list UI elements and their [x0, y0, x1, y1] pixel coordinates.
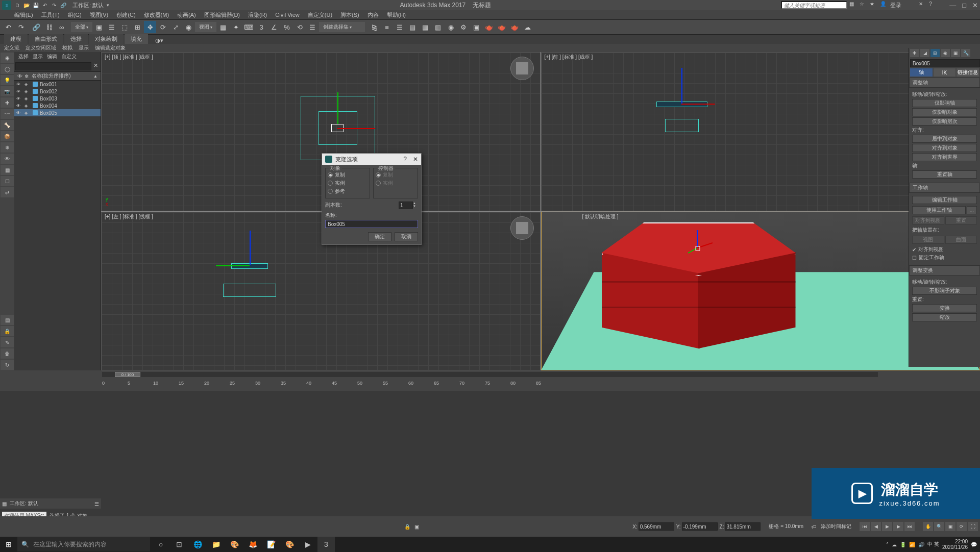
- se-filter-helpers-icon[interactable]: ✚: [1, 97, 14, 108]
- render-last-button[interactable]: 🫖: [508, 21, 521, 33]
- se-filter-invert-icon[interactable]: ⇄: [1, 187, 14, 197]
- se-filter-frozen-icon[interactable]: ❄: [1, 142, 14, 153]
- schematic-button[interactable]: ▥: [432, 21, 444, 33]
- undo-icon[interactable]: ↶: [41, 1, 49, 9]
- time-tag-icon[interactable]: 🏷: [812, 524, 817, 530]
- zoom-button[interactable]: 🔍: [934, 522, 944, 531]
- viewport-label[interactable]: [ 默认明暗处理 ]: [582, 213, 619, 220]
- viewcube[interactable]: [510, 57, 534, 80]
- z-coord-input[interactable]: [725, 522, 761, 531]
- goto-end-button[interactable]: ⏭: [904, 522, 915, 531]
- se-filter-bone-icon[interactable]: 🦴: [1, 120, 14, 130]
- list-item[interactable]: 👁◈Box002: [14, 88, 101, 95]
- cloud-icon[interactable]: ✕: [919, 1, 927, 9]
- material-editor-button[interactable]: ◉: [445, 21, 457, 33]
- menu-script[interactable]: 脚本(S): [340, 11, 359, 19]
- isolate-icon[interactable]: ▣: [414, 524, 419, 530]
- undo-button[interactable]: ↶: [2, 21, 14, 33]
- time-slider-track[interactable]: 0 / 100: [102, 372, 878, 377]
- se-tab-select[interactable]: 选择: [18, 53, 29, 60]
- se-sync-icon[interactable]: ↻: [1, 360, 14, 370]
- taskbar-clock[interactable]: 22:00 2020/11/26: [942, 539, 968, 550]
- use-working-pivot-button[interactable]: 使用工作轴: [912, 206, 966, 214]
- reset-button[interactable]: 重置: [945, 216, 977, 224]
- motion-tab-icon[interactable]: ◉: [941, 49, 950, 57]
- render-iterate-button[interactable]: 🫖: [496, 21, 508, 33]
- se-filter-all-icon[interactable]: ▦: [1, 165, 14, 175]
- menu-help[interactable]: 帮助(H): [387, 11, 406, 19]
- render-frame-button[interactable]: ▣: [470, 21, 482, 33]
- align-to-view-checkbox[interactable]: ✔对齐到视图: [912, 246, 977, 253]
- menu-civil[interactable]: Civil View: [275, 12, 299, 18]
- se-filter-geometry-icon[interactable]: ◉: [1, 53, 14, 63]
- menu-animation[interactable]: 动画(A): [177, 11, 196, 19]
- layers-icon[interactable]: ☰: [94, 501, 99, 507]
- affect-object-button[interactable]: 仅影响对象: [912, 108, 977, 116]
- keyboard-shortcut-button[interactable]: ⌨: [242, 21, 255, 33]
- tray-chevron-icon[interactable]: ˄: [886, 542, 889, 547]
- clone-name-input[interactable]: [325, 220, 418, 228]
- cancel-button[interactable]: 取消: [395, 232, 418, 241]
- se-filter-none-icon[interactable]: ☐: [1, 176, 14, 186]
- app-icon[interactable]: 📝: [262, 537, 280, 552]
- unlink-button[interactable]: ⛓: [43, 21, 55, 33]
- next-frame-button[interactable]: ▶: [893, 522, 903, 531]
- user-icon[interactable]: 👤: [880, 1, 888, 9]
- viewport-label[interactable]: [+] [前 ] [标准 ] [线框 ]: [545, 54, 593, 61]
- dialog-titlebar[interactable]: 克隆选项 ? ✕: [322, 154, 421, 165]
- affect-hierarchy-button[interactable]: 仅影响层次: [912, 117, 977, 126]
- explorer-icon[interactable]: 📁: [207, 537, 225, 552]
- view-button[interactable]: 视图: [912, 236, 944, 244]
- named-selset-dropdown[interactable]: 创建选择集: [319, 22, 365, 32]
- pivot-button[interactable]: 轴: [910, 68, 933, 77]
- menu-modifiers[interactable]: 修改器(M): [144, 11, 169, 19]
- open-icon[interactable]: 📂: [22, 1, 31, 9]
- workspace-label-bottom[interactable]: 工作区: 默认: [10, 500, 38, 507]
- se-remove-icon[interactable]: 🗑: [1, 348, 14, 359]
- window-crossing-button[interactable]: ⊞: [131, 21, 143, 33]
- align-to-world-button[interactable]: 对齐到世界: [912, 153, 977, 161]
- redo-button[interactable]: ↷: [15, 21, 27, 33]
- edit-working-pivot-button[interactable]: 编辑工作轴: [912, 196, 977, 204]
- mirror-button[interactable]: ⧎: [368, 21, 380, 33]
- menu-create[interactable]: 创建(C): [116, 11, 135, 19]
- se-filter-lights-icon[interactable]: 💡: [1, 75, 14, 85]
- freeze-header-icon[interactable]: ❄: [24, 73, 29, 79]
- se-tab-custom[interactable]: 自定义: [61, 53, 77, 60]
- scene-explorer-header[interactable]: 👁 ❄ 名称(按升序排序) ▲: [14, 71, 101, 81]
- menu-render[interactable]: 渲染(R): [248, 11, 267, 19]
- sort-asc-icon[interactable]: ▲: [93, 74, 97, 79]
- eye-header-icon[interactable]: 👁: [17, 73, 22, 79]
- ribbon-sub-edit[interactable]: 编辑选定对象: [95, 44, 126, 52]
- lock-selection-icon[interactable]: 🔒: [404, 524, 410, 530]
- y-axis-icon[interactable]: [216, 265, 250, 266]
- ribbon-sub-sim[interactable]: 模拟: [62, 44, 72, 52]
- list-item[interactable]: 👁◈Box003: [14, 95, 101, 102]
- dont-affect-children-button[interactable]: 不影响子对象: [912, 287, 977, 295]
- pin-working-pivot-checkbox[interactable]: ☐固定工作轴: [912, 254, 977, 261]
- start-button[interactable]: ⊞: [0, 537, 17, 552]
- display-tab-icon[interactable]: ▣: [951, 49, 960, 57]
- edit-selset-button[interactable]: ☰: [306, 21, 318, 33]
- clear-search-icon[interactable]: ✕: [91, 62, 100, 70]
- select-rotate-button[interactable]: ⟳: [157, 21, 169, 33]
- reset-transform-button[interactable]: 变换: [912, 304, 977, 312]
- app-icon[interactable]: 🎨: [281, 537, 298, 552]
- minimize-button[interactable]: —: [949, 2, 956, 9]
- workspace-label[interactable]: 工作区: 默认: [72, 2, 104, 9]
- create-tab-icon[interactable]: ✚: [910, 49, 919, 57]
- se-filter-container-icon[interactable]: 📦: [1, 131, 14, 141]
- render-setup-button[interactable]: ⚙: [457, 21, 470, 33]
- menu-content[interactable]: 内容: [368, 11, 379, 19]
- surface-button[interactable]: 曲面: [945, 236, 977, 244]
- ime-indicator[interactable]: 中 英: [927, 541, 939, 548]
- linkinfo-button[interactable]: 链接信息: [957, 68, 979, 77]
- firefox-icon[interactable]: 🦊: [244, 537, 261, 552]
- close-button[interactable]: ✕: [972, 2, 978, 9]
- edge-icon[interactable]: 🌐: [189, 537, 206, 552]
- pan-button[interactable]: ✋: [923, 522, 933, 531]
- app-logo[interactable]: 3: [2, 1, 11, 10]
- curve-editor-button[interactable]: ▦: [419, 21, 431, 33]
- y-axis-icon[interactable]: [337, 92, 338, 124]
- volume-icon[interactable]: 🔊: [918, 542, 924, 547]
